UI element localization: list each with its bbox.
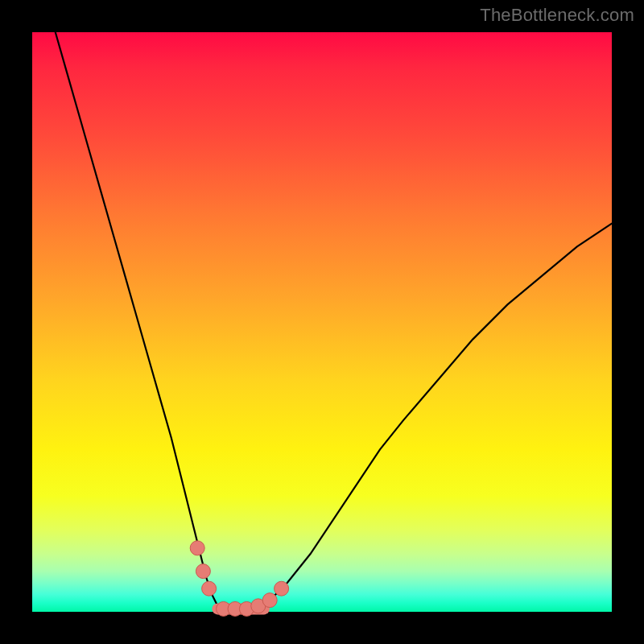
marker-group — [190, 541, 288, 617]
marker-dot — [262, 593, 277, 608]
chart-frame: TheBottleneck.com — [0, 0, 644, 644]
curve-svg — [32, 32, 612, 612]
marker-dot — [196, 564, 210, 579]
marker-dot — [190, 541, 204, 555]
curve-layer-group — [56, 32, 612, 612]
watermark-text: TheBottleneck.com — [480, 5, 634, 26]
marker-dot — [275, 581, 289, 596]
bottleneck-curve — [56, 32, 612, 612]
plot-area — [32, 32, 612, 612]
marker-dot — [202, 581, 217, 596]
